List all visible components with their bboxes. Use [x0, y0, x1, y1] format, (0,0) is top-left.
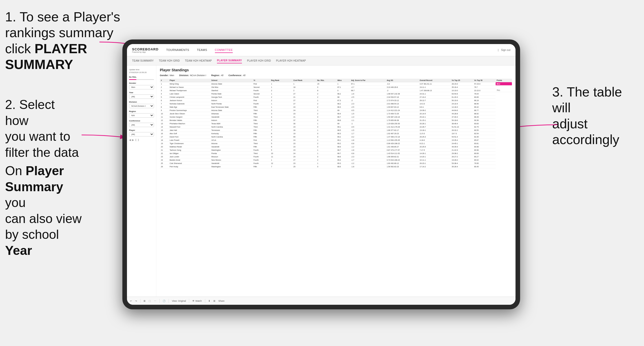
nav-forward-btn[interactable]: ⟫: [138, 139, 139, 141]
table-cell: Michael Le Sasso: [169, 86, 210, 89]
sub-nav-team-h2h-heatmap[interactable]: TEAM H2H HEATMAP: [185, 58, 212, 63]
sidebar-gender-select[interactable]: Men Women: [129, 85, 154, 89]
toolbar-clock-btn[interactable]: 🕐: [163, 300, 165, 302]
table-cell: 68.7: [336, 115, 350, 119]
col-points: Points: [496, 79, 512, 82]
table-cell: Ian Gilligan: [169, 152, 210, 155]
table-cell: 80.98: [473, 148, 496, 152]
table-cell: 1: [270, 102, 292, 105]
sub-nav-team-summary[interactable]: TEAM SUMMARY: [132, 58, 154, 63]
table-cell: First: [252, 99, 270, 102]
table-cell: 68.8: [336, 119, 350, 122]
toolbar-watch-btn[interactable]: 👁 Watch: [192, 300, 202, 302]
sidebar-region-select[interactable]: N/A: [129, 113, 154, 118]
toolbar-redo-btn[interactable]: ↪: [135, 300, 137, 302]
table-cell: 2: [270, 95, 292, 99]
table-cell: 25: [160, 162, 169, 165]
table-cell: 7: [160, 102, 169, 105]
table-cell: 1: [160, 82, 169, 86]
table-cell: Mats Ege: [169, 105, 210, 109]
sidebar: Update time: 27/03/2024 16:56:26 No Rds.…: [127, 65, 156, 297]
table-cell: Texas A&M: [210, 122, 252, 125]
table-cell: 1.98 547-142-38: [386, 92, 419, 95]
table-cell: 0.87 473-177-57: [386, 148, 419, 152]
sidebar-division-select[interactable]: NCAA Division I: [129, 104, 154, 108]
toolbar-paste-btn[interactable]: ⬚: [149, 300, 151, 302]
nav-link-teams[interactable]: TEAMS: [197, 47, 207, 53]
sub-nav-player-h2h-heatmap[interactable]: PLAYER H2H HEATMAP: [276, 58, 306, 63]
sub-nav-team-h2h-grid[interactable]: TEAM H2H GRID: [159, 58, 180, 63]
table-cell: -1.7: [350, 158, 386, 162]
col-reg-rank: Reg Rank: [270, 79, 292, 82]
toolbar-undo-btn[interactable]: ↩: [130, 300, 132, 302]
table-cell: 69.1: [336, 139, 350, 142]
table-cell: 24-10-4: [451, 102, 473, 105]
table-row: 1Wenyi DingArizona StateFirst1115167.1-3…: [160, 82, 512, 86]
table-cell: 6: [270, 145, 292, 148]
table-cell: 26-32-2: [451, 129, 473, 132]
sidebar-year-select[interactable]: (All) First Second Third Fourth Fifth: [129, 94, 154, 99]
table-row: 23Jack LundinMissouriFourth1124068.6-2.3…: [160, 155, 512, 158]
table-cell: 1.56 562-82-23: [386, 165, 419, 168]
table-cell: 68.2: [336, 102, 350, 105]
nav-signout[interactable]: Sign out: [501, 49, 510, 51]
table-row: 5Christo LamprechtGeorgia TechFourth2212…: [160, 95, 512, 99]
table-cell: Florida: [210, 152, 252, 155]
table-row: 25Cole SherwoodVanderbiltFourth1223169.3…: [160, 162, 512, 165]
table-cell: Second: [252, 86, 270, 89]
table-row: 15Jake HallTennesseeFifth728168.5-1.51.6…: [160, 129, 512, 132]
table-cell: 6: [270, 122, 292, 125]
table-cell: 54-51-4: [451, 135, 473, 139]
table-cell: 14-3-3: [419, 102, 451, 105]
col-avg-sg: Avg SG: [386, 79, 419, 82]
table-cell: 3: [270, 109, 292, 112]
table-cell: 1.79 605-96-38: [386, 119, 419, 122]
table-cell: 14: [160, 125, 169, 129]
annotation-step3: On Player Summary you can also view by s…: [5, 163, 87, 258]
table-cell: 14-20-1: [419, 155, 451, 158]
table-cell: 57-23-0: [473, 82, 496, 86]
table-cell: 27-10-2: [419, 95, 451, 99]
toolbar-share-label: Share: [218, 300, 225, 302]
table-cell: 1.47 208-86-13: [419, 89, 451, 92]
table-cell: -1.8: [350, 148, 386, 152]
toolbar-more-btn[interactable]: ⋯: [154, 300, 156, 302]
sub-nav-player-h2h-grid[interactable]: PLAYER H2H GRID: [247, 58, 271, 63]
sidebar-player-select[interactable]: (All): [129, 132, 154, 136]
table-row: 8Mats EgeEast Tennessee StateFifth124268…: [160, 105, 512, 109]
table-cell: 22-22-0: [473, 89, 496, 92]
table-cell: Fifth: [252, 132, 270, 135]
table-cell: 80.98: [473, 145, 496, 148]
sidebar-conference-select[interactable]: (All): [129, 123, 154, 127]
sidebar-region-label: Region: [129, 110, 154, 113]
toolbar-download-btn[interactable]: ⬇: [208, 300, 210, 302]
table-cell: Vanderbilt: [210, 115, 252, 119]
nav-link-tournaments[interactable]: TOURNAMENTS: [166, 47, 189, 53]
toolbar-view-btn[interactable]: View: Original: [172, 300, 186, 302]
table-row: 12Brendan ValdesAuburnFifth537068.8-1.11…: [160, 119, 512, 122]
table-cell: 68.7: [350, 89, 386, 92]
sub-nav-player-summary[interactable]: PLAYER SUMMARY: [217, 58, 242, 63]
table-cell: 67.1: [336, 86, 350, 89]
filter-gender-label: Gender:: [160, 74, 169, 77]
table-cell: First: [252, 139, 270, 142]
table-cell: New Mexico: [210, 158, 252, 162]
table-cell: Taehoon Song: [169, 148, 210, 152]
toolbar-grid-btn[interactable]: ⊞: [213, 300, 215, 302]
toolbar-share-btn[interactable]: Share: [218, 300, 225, 302]
table-cell: Georgia Tech: [210, 95, 252, 99]
table-cell: 28-15-0: [451, 82, 473, 86]
nav-next-btn[interactable]: ▶: [132, 139, 134, 141]
table-cell: 24-31-1: [419, 92, 451, 95]
player-standings-table: # Player School Yr Reg Rank Conf Rank No…: [160, 79, 512, 168]
nav-prev-btn[interactable]: ◀: [129, 139, 131, 141]
table-row: 7Nicholas GabrelcikNorth FloridaFourth12…: [160, 102, 512, 105]
table-cell: Third: [252, 152, 270, 155]
table-cell: Missouri: [210, 155, 252, 158]
toolbar-copy-btn[interactable]: ⊞: [144, 300, 146, 302]
table-cell: Brendan Valdes: [169, 119, 210, 122]
nav-rewind-btn[interactable]: ⟪: [135, 139, 137, 141]
nav-link-committee[interactable]: COMMITTEE: [215, 47, 233, 53]
sidebar-rds-slider[interactable]: [129, 79, 154, 80]
annotation-step3-bold2: Summary: [5, 180, 63, 194]
